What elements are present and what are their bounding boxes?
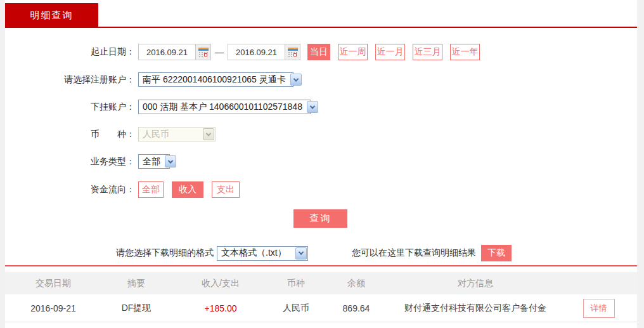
quick-range-year-button[interactable]: 近一年 (450, 44, 480, 60)
header-counterparty: 对方信息 (390, 278, 560, 289)
register-account-label: 请选择注册账户： (5, 74, 135, 86)
quick-range-3months-button[interactable]: 近三月 (413, 44, 442, 60)
currency-label: 币 种： (5, 129, 135, 140)
quick-range-month-button[interactable]: 近一月 (375, 44, 405, 60)
query-button[interactable]: 查询 (293, 209, 347, 228)
date-range-row: 起止日期： (5, 44, 637, 60)
currency-row: 币 种： 人民币 (5, 127, 637, 141)
chevron-down-icon[interactable] (290, 74, 302, 86)
business-type-label: 业务类型： (5, 156, 135, 167)
fund-flow-all-button[interactable]: 全部 (138, 181, 164, 198)
download-format-label: 请您选择下载明细的格式 (116, 247, 214, 259)
fund-flow-row: 资金流向： 全部 收入 支出 (5, 181, 637, 198)
chevron-down-icon[interactable] (295, 247, 307, 259)
cell-summary: DF提现 (101, 303, 171, 314)
sub-account-select[interactable]: 000 活期 基本户 1406600101102571848 (138, 100, 311, 114)
cell-trade-date: 2016-09-21 (5, 303, 101, 313)
query-form: 起止日期： (5, 28, 637, 261)
currency-value: 人民币 (139, 128, 202, 141)
business-type-select[interactable]: 全部 (138, 154, 170, 169)
register-account-value: 南平 6222001406100921065 灵通卡 (139, 73, 290, 86)
register-account-select[interactable]: 南平 6222001406100921065 灵通卡 (138, 72, 293, 87)
chevron-down-icon[interactable] (307, 101, 318, 113)
table-header-row: 交易日期 摘要 收入/支出 币种 余额 对方信息 (5, 272, 637, 294)
tab-detail-query[interactable]: 明细查询 (5, 3, 98, 28)
download-format-select[interactable]: 文本格式（.txt） (217, 246, 308, 261)
chevron-down-icon[interactable] (165, 155, 176, 167)
register-account-row: 请选择注册账户： 南平 6222001406100921065 灵通卡 (5, 72, 637, 87)
header-income-expense: 收入/支出 (171, 278, 270, 289)
sub-account-value: 000 活期 基本户 1406600101102571848 (139, 100, 306, 114)
fund-flow-expense-button[interactable]: 支出 (212, 181, 240, 198)
date-range-label: 起止日期： (5, 46, 135, 58)
download-row: 请您选择下载明细的格式 文本格式（.txt） 您可以在这里下载查询明细结果 下载 (5, 245, 637, 261)
chevron-down-icon (203, 128, 214, 140)
start-date-field (138, 44, 211, 60)
cell-amount: +185.00 (171, 303, 270, 313)
header-summary: 摘要 (101, 278, 171, 289)
table-top-divider (5, 265, 637, 266)
download-hint-text: 您可以在这里下载查询明细结果 (352, 247, 476, 259)
sub-account-label: 下挂账户： (5, 102, 135, 113)
tab-bar: 明细查询 (5, 0, 637, 28)
fund-flow-label: 资金流向： (5, 184, 135, 195)
end-date-field (228, 44, 300, 60)
header-currency: 币种 (270, 278, 322, 289)
business-type-row: 业务类型： 全部 (5, 154, 637, 169)
detail-button[interactable]: 详情 (583, 299, 615, 318)
end-date-calendar-icon[interactable] (285, 44, 300, 60)
cell-counterparty: 财付通支付科技有限公司客户备付金 (390, 303, 560, 314)
table-row: 2016-09-21 DF提现 +185.00 人民币 869.64 财付通支付… (5, 294, 637, 322)
business-type-value: 全部 (139, 155, 164, 168)
currency-select: 人民币 (138, 127, 216, 141)
quick-range-today-button[interactable]: 当日 (307, 44, 330, 60)
start-date-calendar-icon[interactable] (195, 44, 210, 60)
page: 明细查询 起止日期： (0, 0, 644, 328)
cell-balance: 869.64 (322, 303, 390, 313)
date-range-separator: — (215, 47, 224, 57)
cell-currency: 人民币 (270, 303, 322, 314)
content-panel: 明细查询 起止日期： (5, 0, 637, 328)
header-balance: 余额 (322, 278, 390, 289)
header-trade-date: 交易日期 (5, 278, 101, 289)
download-button[interactable]: 下载 (481, 245, 512, 261)
download-format-value: 文本格式（.txt） (217, 247, 295, 260)
end-date-input[interactable] (228, 44, 285, 60)
start-date-input[interactable] (139, 44, 195, 60)
fund-flow-income-button[interactable]: 收入 (172, 181, 203, 198)
quick-range-week-button[interactable]: 近一周 (338, 44, 368, 60)
sub-account-row: 下挂账户： 000 活期 基本户 1406600101102571848 (5, 100, 637, 114)
